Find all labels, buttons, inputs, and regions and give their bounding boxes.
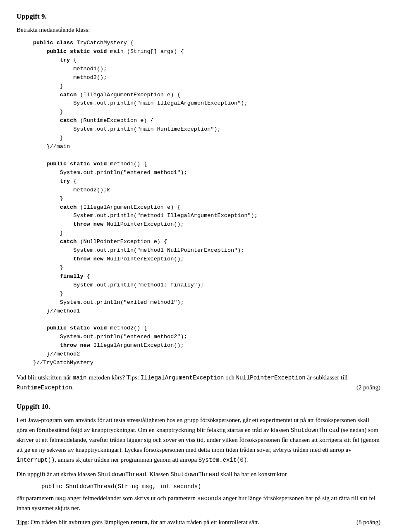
code-line: }//method2 — [33, 350, 380, 359]
task9-question: Vad blir utskriften när main-metoden kör… — [17, 372, 380, 393]
code-line: finally { — [33, 272, 380, 281]
code-line: } — [33, 264, 380, 272]
code-line: method2(); — [33, 74, 380, 82]
code-line: throw new NullPointerException(); — [33, 255, 380, 264]
code-line — [33, 151, 380, 160]
code-line: System.out.println("method1 IllegalArgum… — [33, 212, 380, 220]
task10-title: Uppgift 10. — [17, 403, 380, 411]
code-line: }//method1 — [33, 307, 380, 316]
code-line: catch (IllegalArgumentException e) { — [33, 91, 380, 100]
code-line — [33, 316, 380, 324]
task9-block: Uppgift 9. Betrakta medanstående klass: … — [17, 12, 380, 393]
task10-para1: I ett Java-program som används för att t… — [17, 415, 380, 465]
code-line: method1(); — [33, 65, 380, 74]
task9-points: (2 poäng) — [356, 382, 380, 392]
task9-question-text: Vad blir utskriften när main-metoden kör… — [17, 374, 348, 391]
task10-constructor: public ShutdownThread(String msg, int se… — [41, 483, 380, 490]
code-line: method2();k — [33, 186, 380, 195]
code-line: public static void method2() { — [33, 324, 380, 333]
code-line: try { — [33, 177, 380, 186]
task10-tip: Tips: Om tråden blir avbruten görs lämpl… — [17, 517, 380, 527]
task9-tip-text: IllegalArgumentException — [141, 375, 224, 381]
code-line: try { — [33, 56, 380, 65]
code-line: }//TryCatchMystery — [33, 359, 380, 367]
code-line: System.out.println("main RuntimeExceptio… — [33, 125, 380, 134]
code-line: }//main — [33, 143, 380, 151]
task10-block: Uppgift 10. I ett Java-program som använ… — [17, 403, 380, 527]
code-line: } — [33, 229, 380, 238]
code-line: } — [33, 108, 380, 117]
code-line: } — [33, 195, 380, 203]
task10-para3: där parametern msg anger felmeddelandet … — [17, 493, 380, 513]
code-line: throw new NullPointerException(); — [33, 220, 380, 229]
code-line: public static void method1() { — [33, 160, 380, 169]
code-line: catch (RuntimeException e) { — [33, 117, 380, 125]
code-line: System.out.println("entered method2"); — [33, 333, 380, 341]
code-line: System.out.println("method1 NullPointerE… — [33, 246, 380, 255]
task10-para2: Din uppgift är att skriva klassen Shutdo… — [17, 469, 380, 479]
task9-title: Uppgift 9. — [17, 12, 380, 21]
task9-tip-text2: NullPointerException — [236, 375, 306, 381]
code-line: System.out.println("main IllegalArgument… — [33, 99, 380, 108]
code-line: } — [33, 134, 380, 143]
code-line: System.out.println("method1: finally"); — [33, 281, 380, 290]
code-line: } — [33, 290, 380, 298]
code-line: System.out.println("entered method1"); — [33, 169, 380, 177]
task9-intro: Betrakta medanstående klass: — [17, 25, 380, 35]
code-line: catch (NullPointerException e) { — [33, 238, 380, 246]
task10-points: (8 poäng) — [356, 517, 380, 527]
task9-tip-label: Tips — [127, 374, 137, 381]
code-line: System.out.println("exited method1"); — [33, 298, 380, 307]
code-line: throw new IllegalArgumentException(); — [33, 341, 380, 350]
code-line: public class TryCatchMystery { — [33, 39, 380, 48]
code-line: catch (IllegalArgumentException e) { — [33, 203, 380, 212]
task10-tip-label: Tips — [17, 519, 27, 525]
task9-code: public class TryCatchMystery { public st… — [33, 39, 380, 367]
code-line: public static void main (String[] args) … — [33, 48, 380, 56]
code-line: } — [33, 82, 380, 91]
